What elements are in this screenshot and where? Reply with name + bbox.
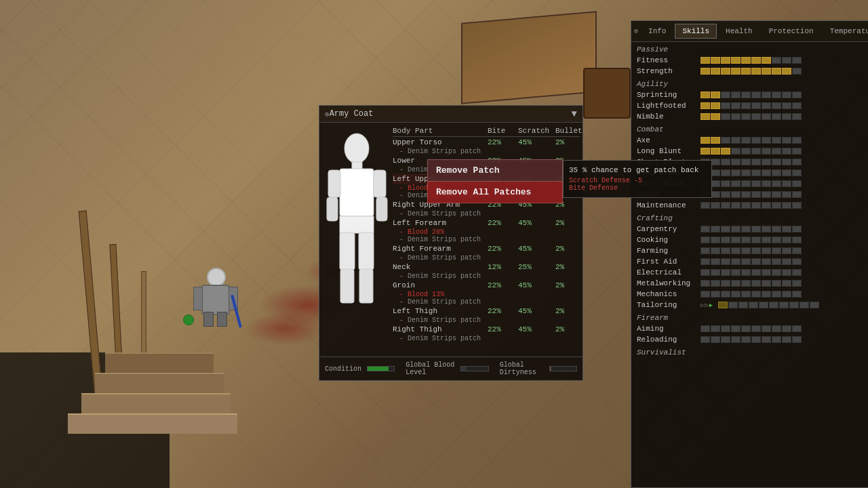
blood-stain	[244, 312, 326, 346]
long-blunt-bars	[701, 148, 863, 155]
remove-patch-btn[interactable]: Remove Patch	[427, 159, 563, 182]
blood-level-bar	[460, 366, 488, 371]
tailoring-bars	[718, 302, 863, 308]
table-row: Left Forearm 22% 45% 2%	[393, 218, 580, 228]
section-survivalist: Survivalist	[631, 345, 868, 358]
condition-bar-fill	[368, 367, 389, 371]
stair-3	[95, 373, 224, 393]
inventory-panel: ⊕ Army Coat ▼	[319, 105, 583, 381]
blood-indicator: - Blood 13%	[393, 291, 580, 298]
patch-row: - Denim Strips patch	[393, 236, 580, 243]
patch-tooltip: 35 % chance to get patch back Scratch De…	[563, 160, 712, 198]
arrow-2: ▷	[705, 302, 708, 309]
stair-4	[105, 352, 214, 373]
tooltip-bite-defense: Bite Defense	[569, 184, 706, 192]
spear-bars	[701, 191, 863, 198]
skill-electrical: Electrical	[631, 267, 868, 278]
patch-row: - Denim Strips patch	[393, 148, 580, 155]
skill-tailoring: Tailoring ▷ ▷ ▶	[631, 300, 868, 310]
dirtyness-bar	[549, 366, 577, 371]
svg-rect-7	[340, 216, 374, 233]
metalworking-bars	[701, 280, 863, 287]
svg-rect-3	[328, 170, 340, 197]
tooltip-scratch-defense: Scratch Defense -5	[569, 177, 706, 184]
skill-axe: Axe	[631, 135, 868, 146]
skill-metalworking: Metalworking	[631, 278, 868, 289]
short-blade-bars	[701, 180, 863, 187]
patch-row: - Denim Strips patch	[393, 298, 580, 306]
inventory-title: Army Coat	[330, 109, 374, 119]
tooltip-title: 35 % chance to get patch back	[569, 166, 706, 174]
table	[461, 11, 597, 104]
table-row: Groin 22% 45% 2%	[393, 280, 580, 291]
section-combat: Combat	[631, 122, 868, 135]
condition-bar-bg	[367, 366, 395, 371]
patch-row: - Denim Strips patch	[393, 210, 580, 218]
section-passive: Passive	[631, 42, 868, 55]
tailoring-arrows: ▷ ▷ ▶	[701, 302, 713, 309]
tab-info[interactable]: Info	[641, 24, 673, 39]
panel-icon: ⊕	[634, 27, 638, 35]
inventory-close-btn[interactable]: ▼	[572, 108, 577, 119]
aiming-bars	[701, 325, 863, 332]
skill-first-aid: First Aid	[631, 256, 868, 267]
skill-cooking: Cooking	[631, 235, 868, 245]
context-menu: Remove Patch Remove All Patches	[427, 159, 563, 203]
blood-bar-fill	[461, 367, 467, 371]
arrow-1: ▷	[701, 302, 704, 309]
skill-mechanics: Mechanics	[631, 289, 868, 300]
skill-strength: Strength	[631, 66, 868, 77]
table-row: Neck 12% 25% 2%	[393, 262, 580, 272]
blood-indicator: - Blood 20%	[393, 228, 580, 236]
chair	[583, 68, 631, 119]
axe-bars	[701, 137, 863, 144]
remove-all-patches-btn[interactable]: Remove All Patches	[427, 182, 563, 203]
fitness-bars	[701, 57, 863, 64]
skill-long-blunt: Long Blunt	[631, 146, 868, 157]
skill-carpentry: Carpentry	[631, 224, 868, 235]
tab-protection[interactable]: Protection	[762, 24, 821, 39]
skill-farming: Farming	[631, 245, 868, 256]
svg-rect-11	[359, 269, 373, 303]
svg-rect-8	[340, 232, 355, 270]
skill-fitness: Fitness	[631, 55, 868, 66]
tab-temperature[interactable]: Temperature	[823, 24, 868, 39]
first-aid-bars	[701, 258, 863, 265]
condition-area: Condition Global Blood Level Global Dirt…	[319, 357, 583, 380]
dirtyness-label: Global Dirtyness	[500, 361, 544, 376]
dirtyness-fill	[550, 367, 551, 371]
skill-sprinting: Sprinting	[631, 89, 868, 100]
tab-skills[interactable]: Skills	[675, 24, 717, 39]
stair-1	[68, 413, 237, 434]
table-row: Left Thigh 22% 45% 2%	[393, 306, 580, 317]
panel-content: Passive Fitness Strength	[631, 42, 868, 485]
section-crafting: Crafting	[631, 211, 868, 224]
carpentry-bars	[701, 226, 863, 232]
char-panel-header: ⊕ Info Skills Health Protection Temperat…	[631, 21, 868, 42]
svg-rect-9	[359, 232, 374, 270]
table-header: Body Part Bite Scratch Bullet	[393, 125, 580, 137]
patch-row: - Denim Strips patch	[393, 335, 580, 342]
skill-lightfooted: Lightfooted	[631, 100, 868, 111]
nimble-bars	[701, 113, 863, 120]
stair-2	[81, 393, 231, 413]
section-agility: Agility	[631, 77, 868, 89]
svg-rect-6	[376, 197, 387, 221]
short-blunt-bars	[701, 159, 863, 165]
blood-level-label: Global Blood Level	[406, 361, 455, 376]
tab-health[interactable]: Health	[718, 24, 760, 39]
char-panel: ⊕ Info Skills Health Protection Temperat…	[631, 20, 868, 488]
section-firearm: Firearm	[631, 310, 868, 323]
mechanics-bars	[701, 291, 863, 298]
sprinting-bars	[701, 92, 863, 98]
lightfooted-bars	[701, 102, 863, 109]
body-diagram	[325, 129, 389, 319]
skill-maintenance: Maintenance	[631, 200, 868, 211]
skill-aiming: Aiming	[631, 323, 868, 334]
body-parts-table: Body Part Bite Scratch Bullet Upper Tors…	[393, 123, 583, 345]
electrical-bars	[701, 269, 863, 276]
patch-row: - Denim Strips patch	[393, 254, 580, 262]
table-row: Upper Torso 22% 45% 2%	[393, 137, 580, 148]
long-blade-bars	[701, 169, 863, 176]
inventory-icon: ⊕	[325, 110, 330, 119]
